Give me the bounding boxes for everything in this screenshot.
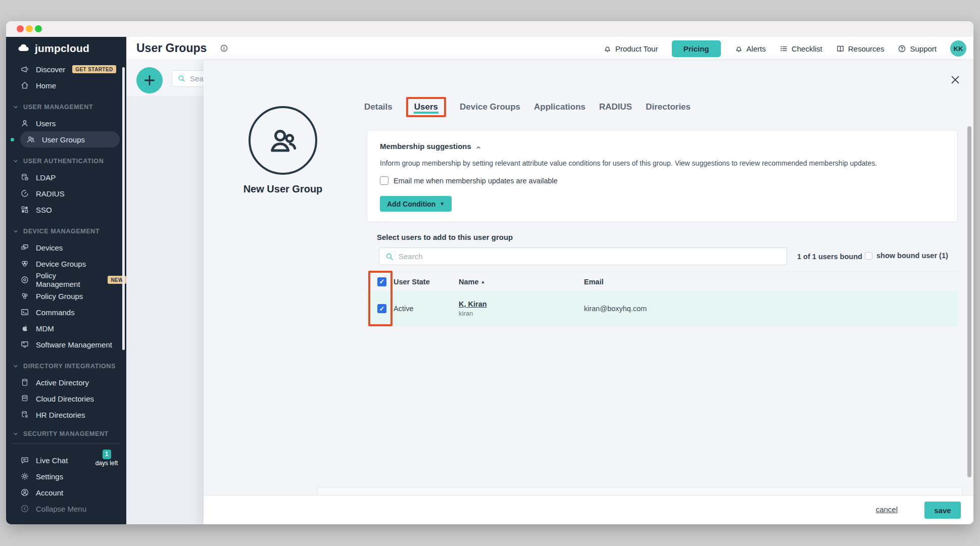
sidebar-item-policy-groups[interactable]: Policy Groups bbox=[6, 288, 126, 304]
book-icon bbox=[836, 44, 845, 53]
user-search[interactable] bbox=[379, 247, 787, 265]
sidebar-item-settings[interactable]: Settings bbox=[6, 468, 126, 484]
cancel-button[interactable]: cancel bbox=[876, 505, 898, 514]
sidebar-item-commands[interactable]: Commands bbox=[6, 304, 126, 320]
show-bound-checkbox[interactable] bbox=[865, 252, 872, 260]
section-user-authentication[interactable]: USER AUTHENTICATION bbox=[6, 153, 126, 169]
people-icon bbox=[26, 135, 35, 144]
save-button[interactable]: save bbox=[924, 502, 961, 519]
close-window-button[interactable] bbox=[17, 25, 24, 32]
zoom-window-button[interactable] bbox=[35, 25, 42, 32]
horizontal-scrollbar-track[interactable] bbox=[317, 487, 962, 495]
bell-icon bbox=[734, 44, 743, 53]
sidebar-item-user-groups[interactable]: User Groups bbox=[20, 131, 120, 147]
caret-down-icon: ▼ bbox=[439, 201, 445, 207]
tab-radius[interactable]: RADIUS bbox=[599, 99, 632, 115]
checklist-button[interactable]: Checklist bbox=[779, 44, 822, 53]
chevron-down-icon bbox=[13, 158, 19, 164]
tab-users[interactable]: Users bbox=[406, 97, 446, 117]
macos-titlebar bbox=[6, 21, 973, 37]
select-all-checkbox[interactable]: ✓ bbox=[377, 277, 386, 286]
question-icon bbox=[898, 44, 906, 53]
email-optin-checkbox[interactable] bbox=[380, 176, 388, 185]
logo-text: jumpcloud bbox=[35, 42, 89, 55]
sidebar-item-discover[interactable]: Discover GET STARTED bbox=[6, 61, 126, 77]
add-user-group-button[interactable] bbox=[136, 67, 163, 93]
database-person-icon bbox=[20, 410, 29, 419]
sidebar-item-mdm[interactable]: MDM bbox=[6, 320, 126, 336]
jumpcloud-logo: jumpcloud bbox=[17, 42, 126, 55]
new-user-group-panel: Details Users Device Groups Applications… bbox=[204, 60, 973, 524]
days-left-badge: 1 bbox=[103, 450, 111, 459]
database-icon bbox=[20, 378, 29, 387]
main-area: User Groups Product Tour Pricing Alerts … bbox=[126, 37, 973, 524]
column-name[interactable]: Name▲ bbox=[459, 278, 584, 286]
resources-button[interactable]: Resources bbox=[836, 44, 885, 53]
sidebar-item-live-chat[interactable]: Live Chat 1 days left bbox=[6, 452, 126, 468]
tab-device-groups[interactable]: Device Groups bbox=[460, 99, 520, 115]
checklist-icon bbox=[779, 44, 788, 53]
get-started-badge: GET STARTED bbox=[72, 65, 116, 73]
sidebar-scrollbar[interactable] bbox=[122, 67, 125, 350]
column-email[interactable]: Email bbox=[584, 278, 958, 286]
add-condition-button[interactable]: Add Condition ▼ bbox=[380, 196, 452, 212]
sidebar-item-devices[interactable]: Devices bbox=[6, 239, 126, 256]
membership-suggestions-header[interactable]: Membership suggestions bbox=[380, 142, 481, 151]
pricing-button[interactable]: Pricing bbox=[672, 40, 721, 57]
gear-icon bbox=[20, 472, 29, 481]
minimize-window-button[interactable] bbox=[26, 25, 33, 32]
sidebar-item-collapse-menu[interactable]: Collapse Menu bbox=[6, 501, 126, 517]
sidebar-item-home[interactable]: Home bbox=[6, 77, 126, 93]
sidebar-item-ldap[interactable]: LDAP bbox=[6, 169, 126, 185]
chevron-up-icon bbox=[475, 143, 481, 150]
select-users-heading: Select users to add to this user group bbox=[377, 233, 513, 241]
tab-directories[interactable]: Directories bbox=[646, 99, 691, 115]
sidebar-item-device-groups[interactable]: Device Groups bbox=[6, 256, 126, 272]
product-tour-button[interactable]: Product Tour bbox=[603, 44, 658, 53]
tab-details[interactable]: Details bbox=[364, 99, 393, 115]
target-icon bbox=[20, 275, 29, 284]
database-clock-icon bbox=[20, 173, 29, 182]
user-search-input[interactable] bbox=[399, 252, 752, 261]
section-security-management[interactable]: SECURITY MANAGEMENT bbox=[6, 428, 126, 439]
people-icon bbox=[267, 124, 299, 157]
terminal-icon bbox=[20, 308, 29, 317]
show-bound-toggle[interactable]: show bound user (1) bbox=[865, 252, 948, 260]
users-table: ✓ User State Name▲ Email ✓ Active K, Kir… bbox=[367, 272, 958, 326]
sidebar-item-software-management[interactable]: Software Management bbox=[6, 336, 126, 353]
vertical-scrollbar-thumb[interactable] bbox=[967, 126, 971, 477]
bell-icon bbox=[603, 44, 612, 53]
section-directory-integrations[interactable]: DIRECTORY INTEGRATIONS bbox=[6, 358, 126, 374]
sidebar-item-hr-directories[interactable]: HR Directories bbox=[6, 407, 126, 423]
user-name-cell: K, Kiran kiran bbox=[459, 300, 584, 317]
megaphone-icon bbox=[20, 65, 29, 74]
sidebar-item-account[interactable]: Account bbox=[6, 484, 126, 501]
tab-applications[interactable]: Applications bbox=[534, 99, 585, 115]
sidebar-item-policy-management[interactable]: Policy Management NEW bbox=[6, 272, 126, 288]
collapse-icon bbox=[20, 504, 29, 513]
user-email-cell: kiran@boxyhq.com bbox=[584, 305, 958, 313]
user-name-link[interactable]: K, Kiran bbox=[459, 300, 487, 308]
section-device-management[interactable]: DEVICE MANAGEMENT bbox=[6, 223, 126, 239]
row-checkbox[interactable]: ✓ bbox=[377, 304, 386, 313]
email-optin-row: Email me when membership updates are ava… bbox=[380, 176, 558, 185]
info-icon[interactable] bbox=[220, 44, 228, 53]
close-icon[interactable] bbox=[950, 74, 961, 85]
section-user-management[interactable]: USER MANAGEMENT bbox=[6, 99, 126, 115]
apple-icon bbox=[20, 324, 29, 333]
sidebar-item-radius[interactable]: RADIUS bbox=[6, 185, 126, 202]
avatar[interactable]: KK bbox=[950, 40, 966, 57]
sidebar-item-users[interactable]: Users bbox=[6, 115, 126, 131]
monitor-icon bbox=[20, 340, 29, 349]
show-bound-label: show bound user (1) bbox=[876, 252, 948, 260]
devices-icon bbox=[20, 243, 29, 252]
panel-footer: cancel save bbox=[204, 495, 973, 524]
column-user-state[interactable]: User State bbox=[394, 278, 459, 286]
sidebar-item-active-directory[interactable]: Active Directory bbox=[6, 374, 126, 390]
sidebar-item-cloud-directories[interactable]: Cloud Directories bbox=[6, 390, 126, 407]
support-button[interactable]: Support bbox=[898, 44, 937, 53]
alerts-button[interactable]: Alerts bbox=[734, 44, 766, 53]
sidebar-item-sso[interactable]: SSO bbox=[6, 202, 126, 218]
table-row[interactable]: ✓ Active K, Kiran kiran kiran@boxyhq.com bbox=[367, 291, 958, 326]
active-tab-underline bbox=[414, 112, 438, 114]
